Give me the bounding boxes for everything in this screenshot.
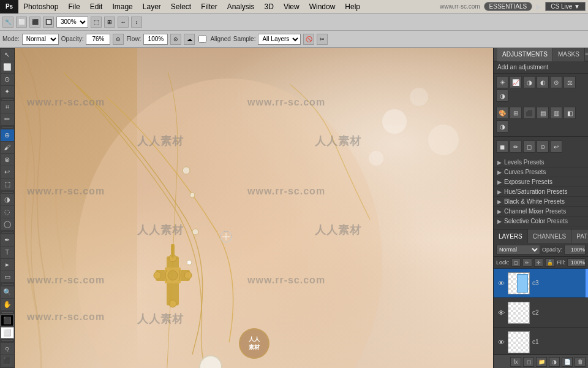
colorbal-adj-icon[interactable]: ⚖: [564, 76, 576, 88]
tool-icon-7[interactable]: ↔: [118, 17, 129, 28]
edit-mode-toggle[interactable]: Q: [1, 343, 14, 355]
screen-mode-toggle[interactable]: ⬛: [1, 355, 14, 367]
magic-wand-tool[interactable]: ✦: [1, 86, 14, 98]
mask-4-icon[interactable]: ⊙: [537, 140, 549, 153]
background-color[interactable]: ⬜: [1, 327, 14, 339]
preset-exposure[interactable]: ▶ Exposure Presets: [494, 177, 588, 187]
menu-window[interactable]: Window: [304, 0, 341, 13]
mask-1-icon[interactable]: ◼: [496, 140, 508, 153]
tool-icon-3[interactable]: ⬛: [29, 17, 40, 28]
tab-channels[interactable]: CHANNELS: [528, 229, 571, 243]
menu-layer[interactable]: Layer: [138, 0, 166, 13]
clone-stamp-tool[interactable]: ⊗: [1, 154, 14, 166]
mask-5-icon[interactable]: ↩: [550, 140, 562, 153]
shape-tool[interactable]: ▭: [1, 271, 14, 283]
add-layer-style-btn[interactable]: fx: [510, 357, 521, 367]
preset-channel-mixer[interactable]: ▶ Channel Mixer Presets: [494, 207, 588, 217]
move-tool[interactable]: ↖: [1, 49, 14, 61]
create-group-btn[interactable]: 📁: [536, 357, 547, 367]
opacity-icon[interactable]: ⊙: [113, 34, 124, 45]
foreground-color[interactable]: ⬛: [1, 315, 14, 326]
menu-select[interactable]: Select: [166, 0, 196, 13]
dodge-tool[interactable]: ◯: [1, 218, 14, 230]
cs-live-button[interactable]: CS Live ▼: [545, 2, 586, 11]
tool-icon-8[interactable]: ↕: [131, 17, 142, 28]
flow-icon[interactable]: ⊙: [170, 34, 181, 45]
pen-tool[interactable]: ✒: [1, 234, 14, 246]
photo-filter-adj-icon[interactable]: 🎨: [496, 107, 508, 119]
menu-analysis[interactable]: Analysis: [222, 0, 260, 13]
selective-color-adj-icon[interactable]: ◑: [496, 120, 508, 132]
lock-transparent-btn[interactable]: ◻: [511, 258, 521, 267]
lock-all-btn[interactable]: 🔒: [545, 258, 555, 267]
tab-layers[interactable]: LAYERS: [494, 229, 528, 243]
tool-icon-2[interactable]: ⬜: [16, 17, 27, 28]
opacity-input[interactable]: [86, 34, 110, 45]
crop-tool[interactable]: ⌗: [1, 101, 14, 113]
lock-pixels-btn[interactable]: ✏: [522, 258, 532, 267]
lock-position-btn[interactable]: ✛: [534, 258, 544, 267]
channel-mix-adj-icon[interactable]: ⊞: [510, 107, 522, 119]
layer-c1-visibility[interactable]: 👁: [496, 337, 506, 347]
mode-select[interactable]: NormalMultiplyScreen: [22, 34, 59, 45]
essentials-button[interactable]: ESSENTIALS: [484, 2, 533, 11]
tool-icon-1[interactable]: 🔧: [2, 17, 13, 28]
menu-help[interactable]: Help: [340, 0, 365, 13]
zoom-tool[interactable]: 🔍: [1, 286, 14, 298]
vibrance-adj-icon[interactable]: ◐: [537, 76, 549, 88]
ignore-adj-icon[interactable]: 🚫: [303, 34, 314, 45]
gradient-map-adj-icon[interactable]: ◧: [564, 107, 576, 119]
layer-c1[interactable]: 👁 c1: [494, 328, 588, 355]
layer-c3[interactable]: 👁 c3: [494, 269, 588, 298]
marquee-tool[interactable]: ⬜: [1, 61, 14, 73]
exposure-adj-icon[interactable]: ◑: [523, 76, 535, 88]
menu-filter[interactable]: Filter: [196, 0, 222, 13]
preset-levels[interactable]: ▶ Levels Presets: [494, 158, 588, 167]
tab-adjustments[interactable]: ADJUSTMENTS: [497, 48, 553, 61]
menu-photoshop[interactable]: Photoshop: [18, 0, 63, 13]
curves-adj-icon[interactable]: 📈: [510, 76, 522, 88]
new-layer-btn[interactable]: 📄: [562, 357, 573, 367]
path-select-tool[interactable]: ▸: [1, 259, 14, 270]
bw-adj-icon[interactable]: ◑: [496, 90, 508, 102]
layer-c3-visibility[interactable]: 👁: [496, 278, 506, 288]
history-brush-tool[interactable]: ↩: [1, 166, 14, 178]
preset-hue-sat[interactable]: ▶ Hue/Saturation Presets: [494, 187, 588, 197]
aligned-checkbox[interactable]: [198, 35, 206, 43]
tool-icon-6[interactable]: ⊞: [104, 17, 115, 28]
menu-file[interactable]: File: [63, 0, 85, 13]
zoom-select[interactable]: 300%200%100%50%: [56, 17, 88, 28]
layer-c2-visibility[interactable]: 👁: [496, 308, 506, 318]
brush-tool[interactable]: 🖌: [1, 142, 14, 153]
layers-mode-select[interactable]: NormalMultiplyScreen: [496, 245, 540, 255]
create-adj-layer-btn[interactable]: ◑: [549, 357, 560, 367]
menu-view[interactable]: View: [279, 0, 304, 13]
tab-paths[interactable]: PATHS: [571, 229, 588, 243]
invert-adj-icon[interactable]: ⬛: [523, 107, 535, 119]
canvas-area[interactable]: www.rr-sc.com www.rr-sc.com www.rr-sc.co…: [15, 48, 493, 368]
mask-2-icon[interactable]: ✏: [510, 140, 522, 153]
tool-icon-5[interactable]: ⬚: [91, 17, 102, 28]
hand-tool[interactable]: ✋: [1, 299, 14, 310]
preset-curves[interactable]: ▶ Curves Presets: [494, 167, 588, 177]
patch-icon[interactable]: ✂: [317, 34, 328, 45]
blur-tool[interactable]: ◌: [1, 206, 14, 218]
text-tool[interactable]: T: [1, 247, 14, 258]
panel-collapse-icon[interactable]: ≡: [585, 51, 588, 58]
layer-c2[interactable]: 👁 c2: [494, 298, 588, 328]
brightness-adj-icon[interactable]: ☀: [496, 76, 508, 88]
spot-heal-tool active[interactable]: ⊕: [1, 129, 14, 141]
poster-adj-icon[interactable]: ▤: [537, 107, 549, 119]
hsl-adj-icon[interactable]: ⊙: [550, 76, 562, 88]
tool-icon-4[interactable]: 🔲: [43, 17, 54, 28]
sample-select[interactable]: All LayersCurrent Layer: [258, 34, 301, 45]
lasso-tool[interactable]: ⊙: [1, 74, 14, 85]
fill-input[interactable]: [567, 258, 586, 267]
preset-selective-color[interactable]: ▶ Selective Color Presets: [494, 217, 588, 226]
tab-masks[interactable]: MASKS: [553, 48, 585, 61]
airbrush-icon[interactable]: ☁: [184, 34, 195, 45]
mask-3-icon[interactable]: ◻: [523, 140, 535, 153]
menu-3d[interactable]: 3D: [260, 0, 279, 13]
delete-layer-btn[interactable]: 🗑: [575, 357, 586, 367]
eyedropper-tool[interactable]: ✏: [1, 113, 14, 125]
